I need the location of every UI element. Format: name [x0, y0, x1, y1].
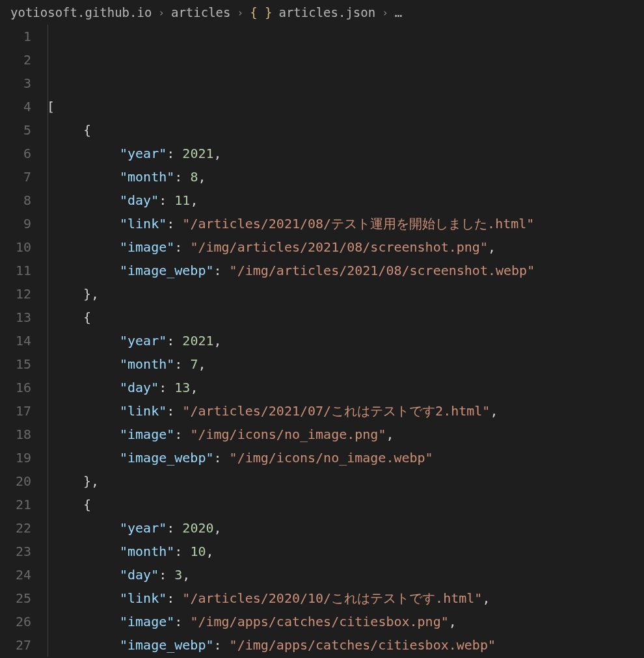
token-key: "image_webp" — [120, 263, 214, 278]
token-punc: }, — [83, 473, 99, 489]
line-number: 13 — [0, 306, 31, 329]
line-number: 10 — [0, 235, 31, 259]
line-number: 21 — [0, 493, 31, 516]
code-line[interactable]: "month": 7, — [47, 352, 644, 376]
code-line[interactable]: "image_webp": "/img/icons/no_image.webp" — [47, 446, 644, 469]
token-key: "day" — [120, 192, 159, 208]
token-colon: : — [167, 146, 182, 161]
line-number: 19 — [0, 446, 31, 469]
token-key: "image" — [120, 239, 174, 255]
token-punc: , — [488, 239, 496, 255]
code-line[interactable]: "year": 2021, — [47, 329, 644, 352]
breadcrumb-file[interactable]: articles.json — [278, 5, 375, 20]
code-line[interactable]: "image": "/img/apps/catches/citiesbox.pn… — [47, 610, 644, 633]
code-line[interactable]: "day": 3, — [47, 563, 644, 586]
token-num: 3 — [174, 567, 182, 583]
token-punc: , — [449, 614, 457, 629]
token-num: 11 — [174, 192, 190, 208]
breadcrumb-segment[interactable]: yotiosoft.github.io — [10, 5, 152, 20]
token-punc: { — [83, 309, 91, 325]
line-number-gutter: 1234567891011121314151617181920212223242… — [0, 25, 47, 657]
code-line[interactable]: [ — [47, 95, 644, 118]
chevron-right-icon: › — [382, 7, 388, 19]
line-number: 6 — [0, 142, 31, 165]
token-str: "/img/icons/no_image.png" — [190, 427, 386, 442]
token-num: 10 — [190, 544, 206, 559]
token-key: "year" — [120, 146, 167, 161]
token-num: 7 — [190, 356, 198, 372]
token-punc: , — [190, 192, 198, 208]
token-punc: , — [198, 356, 206, 372]
token-num: 8 — [190, 169, 198, 185]
code-line[interactable]: "link": "/articles/2021/08/テスト運用を開始しました.… — [47, 212, 644, 235]
code-line[interactable]: "month": 10, — [47, 540, 644, 563]
token-punc: , — [386, 427, 394, 442]
code-line[interactable]: "image": "/img/icons/no_image.png", — [47, 423, 644, 446]
code-line[interactable]: "link": "/articles/2020/10/これはテストです.html… — [47, 586, 644, 610]
code-line[interactable]: "image_webp": "/img/apps/catches/citiesb… — [47, 633, 644, 657]
token-colon: : — [174, 239, 190, 255]
token-punc: , — [190, 380, 198, 395]
code-line[interactable]: "image_webp": "/img/articles/2021/08/scr… — [47, 259, 644, 282]
token-key: "year" — [120, 333, 167, 349]
token-punc: , — [182, 567, 190, 583]
token-key: "day" — [120, 380, 159, 395]
line-number: 24 — [0, 563, 31, 586]
code-line[interactable]: "image": "/img/articles/2021/08/screensh… — [47, 235, 644, 259]
token-key: "day" — [120, 567, 159, 583]
code-line[interactable]: "year": 2021, — [47, 142, 644, 165]
line-number: 12 — [0, 282, 31, 306]
code-content[interactable]: [{"year": 2021,"month": 8,"day": 11,"lin… — [47, 25, 644, 657]
token-key: "image" — [120, 614, 174, 629]
breadcrumb-segment[interactable]: articles — [171, 5, 231, 20]
code-line[interactable]: "month": 8, — [47, 165, 644, 189]
token-key: "link" — [120, 590, 167, 606]
code-line[interactable]: }, — [47, 282, 644, 306]
breadcrumb[interactable]: yotiosoft.github.io › articles › { } art… — [0, 0, 644, 25]
token-key: "link" — [120, 216, 167, 231]
token-colon: : — [167, 520, 182, 536]
code-line[interactable]: "link": "/articles/2021/07/これはテストです2.htm… — [47, 399, 644, 423]
token-colon: : — [159, 192, 174, 208]
token-key: "month" — [120, 544, 174, 559]
token-punc: , — [482, 590, 490, 606]
token-punc: , — [214, 146, 222, 161]
code-editor[interactable]: 1234567891011121314151617181920212223242… — [0, 25, 644, 657]
code-line[interactable]: }, — [47, 469, 644, 493]
token-num: 2020 — [182, 520, 213, 536]
token-key: "year" — [120, 520, 167, 536]
line-number: 25 — [0, 586, 31, 610]
line-number: 8 — [0, 189, 31, 212]
token-str: "/articles/2021/08/テスト運用を開始しました.html" — [182, 216, 534, 231]
token-num: 13 — [174, 380, 190, 395]
token-colon: : — [214, 450, 230, 466]
token-punc: { — [83, 497, 91, 512]
line-number: 4 — [0, 95, 31, 118]
line-number: 20 — [0, 469, 31, 493]
line-number: 18 — [0, 423, 31, 446]
line-number: 1 — [0, 25, 31, 48]
code-line[interactable]: "day": 13, — [47, 376, 644, 399]
line-number: 27 — [0, 633, 31, 657]
token-punc: { — [83, 122, 91, 138]
token-colon: : — [167, 216, 182, 231]
token-colon: : — [214, 263, 230, 278]
token-str: "/img/articles/2021/08/screenshot.webp" — [230, 263, 535, 278]
token-punc: , — [206, 544, 213, 559]
code-line[interactable]: "day": 11, — [47, 189, 644, 212]
token-str: "/img/apps/catches/citiesbox.png" — [190, 614, 448, 629]
code-line[interactable]: { — [47, 118, 644, 142]
token-colon: : — [159, 567, 174, 583]
token-str: "/img/apps/catches/citiesbox.webp" — [230, 637, 496, 653]
token-colon: : — [174, 356, 190, 372]
code-line[interactable]: { — [47, 306, 644, 329]
breadcrumb-ellipsis[interactable]: … — [395, 5, 402, 20]
token-punc: , — [214, 333, 222, 349]
code-line[interactable]: { — [47, 493, 644, 516]
token-key: "image_webp" — [120, 450, 214, 466]
code-line[interactable]: "year": 2020, — [47, 516, 644, 540]
line-number: 7 — [0, 165, 31, 189]
line-number: 17 — [0, 399, 31, 423]
token-str: "/img/icons/no_image.webp" — [230, 450, 433, 466]
token-key: "image_webp" — [120, 637, 214, 653]
